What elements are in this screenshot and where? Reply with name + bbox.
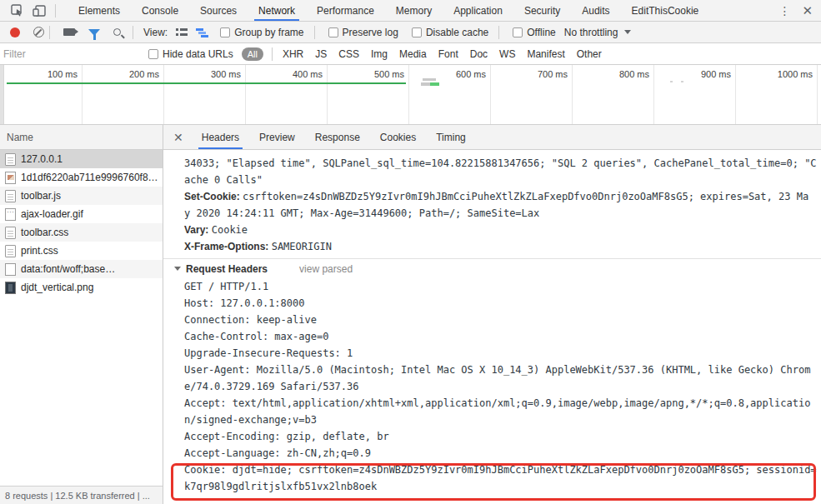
tab-network[interactable]: Network: [248, 0, 306, 21]
filter-funnel-icon[interactable]: [88, 29, 100, 36]
clear-icon[interactable]: [33, 27, 44, 37]
search-icon[interactable]: [113, 28, 121, 36]
tab-elements[interactable]: Elements: [68, 0, 131, 21]
image-icon: [5, 282, 16, 294]
request-row-toolbarcss[interactable]: toolbar.css: [0, 223, 163, 242]
tab-response[interactable]: Response: [305, 125, 370, 149]
network-overview-timeline[interactable]: 100 ms 200 ms 300 ms 400 ms 500 ms 600 m…: [0, 65, 821, 125]
filter-type-ws[interactable]: WS: [499, 48, 515, 60]
tab-application[interactable]: Application: [443, 0, 513, 21]
gridline: [490, 65, 491, 124]
request-name: ajax-loader.gif: [21, 208, 83, 220]
divider: [133, 26, 133, 39]
show-overview-icon[interactable]: [196, 27, 208, 37]
request-name: toolbar.js: [21, 190, 61, 202]
close-devtools-icon[interactable]: ✕: [802, 3, 813, 18]
filter-type-img[interactable]: Img: [371, 48, 388, 60]
divider: [49, 26, 50, 39]
request-header-line: Upgrade-Insecure-Requests: 1: [184, 345, 821, 362]
triangle-down-icon: [174, 267, 181, 271]
throttling-select[interactable]: No throttling: [564, 27, 632, 38]
response-header-line: 34033; "Elapsed time", SQLPanel_sql_time…: [184, 155, 821, 172]
image-icon: [5, 208, 16, 221]
header-value: Cookie: [212, 224, 248, 236]
filter-type-all[interactable]: All: [242, 47, 263, 61]
device-toolbar-icon[interactable]: [28, 1, 50, 21]
overview-left-handle: [0, 65, 4, 124]
tab-preview[interactable]: Preview: [249, 125, 305, 149]
request-row-ajaxloader[interactable]: ajax-loader.gif: [0, 205, 163, 223]
divider: [272, 47, 273, 61]
record-button[interactable]: [10, 27, 20, 37]
gridline: [572, 65, 573, 124]
filter-type-css[interactable]: CSS: [338, 48, 359, 60]
tab-headers[interactable]: Headers: [192, 125, 249, 149]
filter-type-media[interactable]: Media: [399, 48, 427, 60]
response-header-line: Vary: Cookie: [184, 222, 821, 238]
request-row-datafont[interactable]: data:font/woff;base…: [0, 260, 163, 278]
name-column-header[interactable]: Name: [0, 125, 163, 150]
offline-checkbox[interactable]: Offline: [513, 27, 555, 38]
gridline: [163, 65, 164, 124]
tab-performance[interactable]: Performance: [306, 0, 385, 21]
headers-content[interactable]: 34033; "Elapsed time", SQLPanel_sql_time…: [163, 150, 821, 504]
capture-screenshots-icon[interactable]: [63, 28, 75, 36]
filter-type-doc[interactable]: Doc: [470, 48, 488, 60]
timeline-tick-label: 200 ms: [99, 69, 159, 79]
request-headers-section[interactable]: Request Headers view parsed: [174, 259, 821, 278]
filter-type-other[interactable]: Other: [577, 48, 602, 60]
tab-editthiscookie[interactable]: EditThisCookie: [621, 0, 710, 21]
request-header-line: User-Agent: Mozilla/5.0 (Macintosh; Inte…: [184, 362, 821, 378]
header-name: X-Frame-Options:: [184, 241, 272, 252]
request-name: djdt_vertical.png: [21, 282, 93, 293]
requests-list-panel: Name 127.0.0.1 1d1df6220ab711e9996760f8……: [0, 125, 163, 504]
request-header-line: GET / HTTP/1.1: [184, 278, 821, 295]
tab-timing[interactable]: Timing: [426, 125, 476, 149]
tab-memory[interactable]: Memory: [385, 0, 443, 21]
request-row-127001[interactable]: 127.0.0.1: [0, 150, 163, 168]
gridline: [327, 65, 328, 124]
response-header-line: y 2020 14:24:11 GMT; Max-Age=31449600; P…: [184, 205, 821, 222]
request-row-djdtvertical[interactable]: djdt_vertical.png: [0, 278, 163, 297]
view-parsed-link[interactable]: view parsed: [299, 263, 353, 275]
request-header-line: Cache-Control: max-age=0: [184, 328, 821, 345]
header-value: SAMEORIGIN: [272, 241, 332, 252]
filter-type-manifest[interactable]: Manifest: [527, 48, 564, 60]
timeline-tick-label: 100 ms: [18, 69, 78, 79]
document-icon: [5, 190, 16, 202]
timeline-tick-label: 300 ms: [181, 69, 241, 79]
tab-audits[interactable]: Audits: [571, 0, 620, 21]
timeline-tick-label: 500 ms: [344, 69, 404, 79]
gridline: [245, 65, 246, 124]
disable-cache-checkbox[interactable]: Disable cache: [412, 27, 488, 38]
close-details-icon[interactable]: ✕: [163, 131, 192, 144]
preserve-log-checkbox[interactable]: Preserve log: [328, 27, 398, 38]
network-filter-bar: Hide data URLs All XHR JS CSS Img Media …: [0, 43, 821, 65]
filter-type-xhr[interactable]: XHR: [283, 48, 303, 60]
request-row-toolbarjs[interactable]: toolbar.js: [0, 187, 163, 205]
kebab-menu-icon[interactable]: ⋮: [778, 7, 790, 15]
request-name: 1d1df6220ab711e9996760f8…: [21, 172, 158, 183]
large-rows-icon[interactable]: [176, 27, 188, 37]
tab-security[interactable]: Security: [513, 0, 571, 21]
gridline: [653, 65, 654, 124]
network-toolbar: View: Group by frame Preserve log Disabl…: [0, 22, 821, 43]
tab-cookies[interactable]: Cookies: [370, 125, 426, 149]
request-row-1d1df[interactable]: 1d1df6220ab711e9996760f8…: [0, 168, 163, 187]
hide-data-urls-checkbox[interactable]: Hide data URLs: [148, 48, 233, 60]
request-details-pane: ✕ Headers Preview Response Cookies Timin…: [163, 125, 821, 504]
header-value: csrftoken=z4sDnWBZDz5Y9zIvr0mI9hJBmCciPu…: [243, 191, 808, 202]
filter-input[interactable]: [3, 47, 137, 61]
request-header-line: Accept-Language: zh-CN,zh;q=0.9: [184, 445, 821, 462]
filter-type-js[interactable]: JS: [315, 48, 327, 60]
request-row-printcss[interactable]: print.css: [0, 242, 163, 260]
request-header-line: Connection: keep-alive: [184, 312, 821, 328]
inspect-element-icon[interactable]: [7, 1, 28, 21]
tab-console[interactable]: Console: [131, 0, 189, 21]
header-name: Vary:: [184, 224, 212, 236]
tab-sources[interactable]: Sources: [189, 0, 248, 21]
document-icon: [5, 227, 16, 239]
view-label: View:: [143, 27, 168, 38]
group-by-frame-checkbox[interactable]: Group by frame: [220, 27, 303, 38]
filter-type-font[interactable]: Font: [438, 48, 458, 60]
